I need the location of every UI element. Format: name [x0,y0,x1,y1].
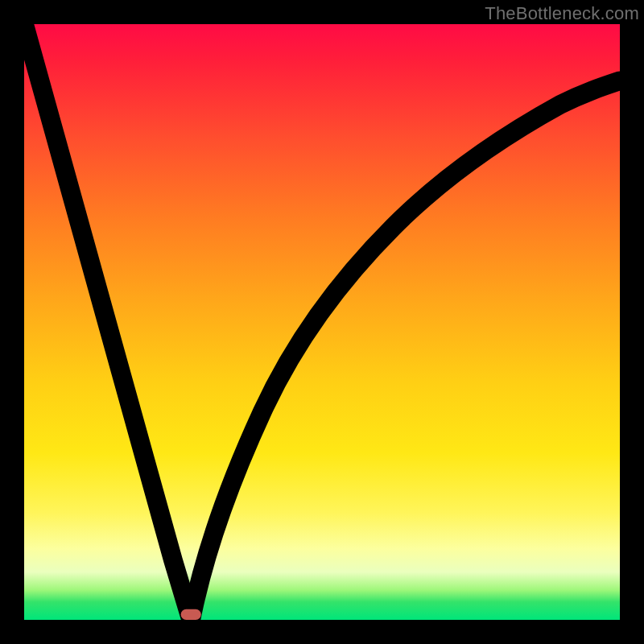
chart-frame: TheBottleneck.com [0,0,644,644]
curve-layer [24,24,620,620]
curve-left-branch [24,24,191,620]
plot-area [24,24,620,620]
watermark-label: TheBottleneck.com [485,3,639,24]
curve-right-branch [191,80,620,620]
minimum-marker [181,609,201,620]
